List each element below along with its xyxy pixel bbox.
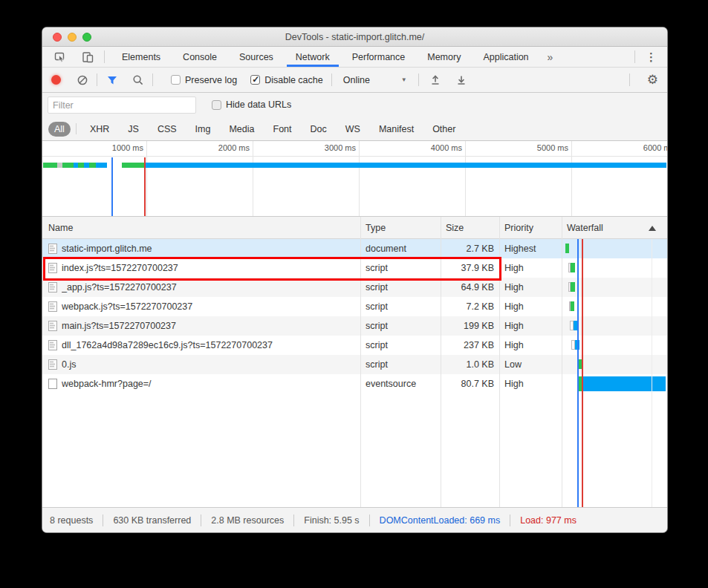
request-size: 237 KB [441, 336, 494, 355]
domcontentloaded-marker-line [111, 157, 113, 216]
overview-activity-bar [145, 163, 666, 168]
filter-input[interactable] [48, 97, 196, 114]
type-chip-manifest[interactable]: Manifest [374, 122, 419, 137]
column-divider[interactable] [360, 217, 361, 507]
type-chip-img[interactable]: Img [190, 122, 216, 137]
table-row[interactable]: webpack.js?ts=1572270700237script7.2 KBH… [42, 297, 667, 316]
tab-network[interactable]: Network [285, 47, 341, 67]
divider [331, 74, 332, 86]
column-header-name[interactable]: Name [48, 217, 73, 239]
record-network-log-button[interactable] [51, 75, 61, 85]
type-chip-ws[interactable]: WS [340, 122, 366, 137]
request-priority: High [504, 374, 558, 393]
type-chip-css[interactable]: CSS [152, 122, 182, 137]
column-divider[interactable] [441, 217, 441, 507]
device-toolbar-icon[interactable] [82, 51, 94, 63]
overview-activity-bar [89, 163, 96, 168]
request-size: 64.9 KB [441, 278, 494, 297]
divider [76, 123, 77, 134]
request-name: dll_1762a4d98a7289ec16c9.js?ts=157227070… [62, 336, 355, 355]
checkbox-box[interactable] [212, 100, 221, 110]
column-header-priority[interactable]: Priority [504, 217, 533, 239]
type-chip-js[interactable]: JS [123, 122, 144, 137]
network-overview-timeline[interactable]: 1000 ms2000 ms3000 ms4000 ms5000 ms6000 … [42, 141, 667, 217]
tab-elements[interactable]: Elements [111, 47, 172, 67]
status-item: Load: 977 ms [520, 515, 577, 526]
status-item: Finish: 5.95 s [304, 515, 359, 526]
tab-sources[interactable]: Sources [228, 47, 285, 67]
column-header-type[interactable]: Type [366, 217, 386, 239]
divider [97, 74, 97, 86]
waterfall-gridline [652, 239, 652, 507]
table-row[interactable]: index.js?ts=1572270700237script37.9 KBHi… [42, 258, 667, 278]
table-row[interactable]: main.js?ts=1572270700237script199 KBHigh [42, 316, 667, 336]
request-size: 80.7 KB [441, 374, 494, 393]
waterfall-bar [571, 301, 574, 311]
request-name: webpack.js?ts=1572270700237 [62, 297, 355, 316]
column-header-waterfall[interactable]: Waterfall [567, 217, 603, 239]
request-size: 1.0 KB [441, 355, 494, 374]
type-chip-doc[interactable]: Doc [305, 122, 332, 137]
throttling-dropdown[interactable]: Online ▼ [340, 74, 410, 87]
checkbox-box[interactable] [171, 75, 181, 85]
request-type: document [366, 239, 436, 258]
disable-cache-checkbox[interactable]: Disable cache [250, 75, 323, 85]
clear-network-log-icon[interactable] [77, 74, 88, 86]
table-row[interactable]: static-import.glitch.medocument2.7 KBHig… [42, 239, 667, 258]
table-row[interactable]: dll_1762a4d98a7289ec16c9.js?ts=157227070… [42, 336, 667, 355]
checkbox-box[interactable] [250, 75, 260, 85]
type-chip-all[interactable]: All [48, 122, 71, 137]
request-size: 199 KB [441, 316, 494, 336]
more-tabs-button[interactable]: » [540, 47, 561, 67]
timeline-gridline [359, 141, 360, 216]
type-chip-xhr[interactable]: XHR [85, 122, 114, 137]
table-row[interactable]: _app.js?ts=1572270700237script64.9 KBHig… [42, 278, 667, 297]
type-chip-media[interactable]: Media [224, 122, 259, 137]
generic-resource-icon [48, 379, 57, 391]
waterfall-bar [571, 282, 575, 292]
divider [418, 74, 419, 86]
document-icon [48, 244, 57, 256]
column-divider[interactable] [562, 217, 562, 507]
table-row[interactable]: webpack-hmr?page=/eventsource80.7 KBHigh [42, 374, 667, 393]
waterfall-bar [583, 376, 666, 391]
overview-activity-bar [62, 163, 74, 168]
tab-console[interactable]: Console [172, 47, 228, 67]
import-har-icon[interactable] [429, 74, 441, 86]
type-chip-font[interactable]: Font [268, 122, 297, 137]
window-title: DevTools - static-import.glitch.me/ [42, 27, 667, 47]
disable-cache-label: Disable cache [264, 75, 323, 85]
column-divider[interactable] [499, 217, 500, 507]
waterfall-bar [565, 244, 569, 253]
settings-gear-icon[interactable]: ⚙ [638, 74, 667, 86]
timeline-tick-label: 2000 ms [193, 143, 250, 152]
table-row[interactable]: 0.jsscript1.0 KBLow [42, 355, 667, 374]
request-name: 0.js [62, 355, 355, 374]
document-icon [48, 263, 57, 275]
timeline-tick-label: 1000 ms [87, 143, 143, 152]
panel-tabs: ElementsConsoleSourcesNetworkPerformance… [111, 47, 540, 67]
preserve-log-label: Preserve log [185, 75, 237, 85]
tab-memory[interactable]: Memory [416, 47, 472, 67]
column-header-size[interactable]: Size [446, 217, 464, 239]
overview-activity-bar [78, 163, 84, 168]
main-menu-kebab-icon[interactable]: ⋮ [635, 50, 667, 64]
hide-data-urls-checkbox[interactable]: Hide data URLs [212, 99, 291, 110]
timeline-gridline [465, 141, 466, 216]
tab-performance[interactable]: Performance [341, 47, 417, 67]
preserve-log-checkbox[interactable]: Preserve log [171, 75, 237, 85]
export-har-icon[interactable] [455, 74, 467, 86]
overview-activity-bar [96, 163, 107, 168]
overview-activity-bar [84, 163, 89, 168]
tab-application[interactable]: Application [472, 47, 539, 67]
search-icon[interactable] [132, 74, 144, 86]
domcontentloaded-marker-line [577, 239, 579, 507]
inspect-element-icon[interactable] [54, 51, 66, 63]
request-type: script [366, 316, 436, 336]
type-chip-other[interactable]: Other [427, 122, 461, 137]
filter-icon[interactable] [106, 74, 118, 86]
request-type: eventsource [366, 374, 436, 393]
sort-ascending-icon[interactable] [649, 226, 656, 231]
request-size: 37.9 KB [441, 258, 494, 278]
document-icon [48, 301, 57, 314]
